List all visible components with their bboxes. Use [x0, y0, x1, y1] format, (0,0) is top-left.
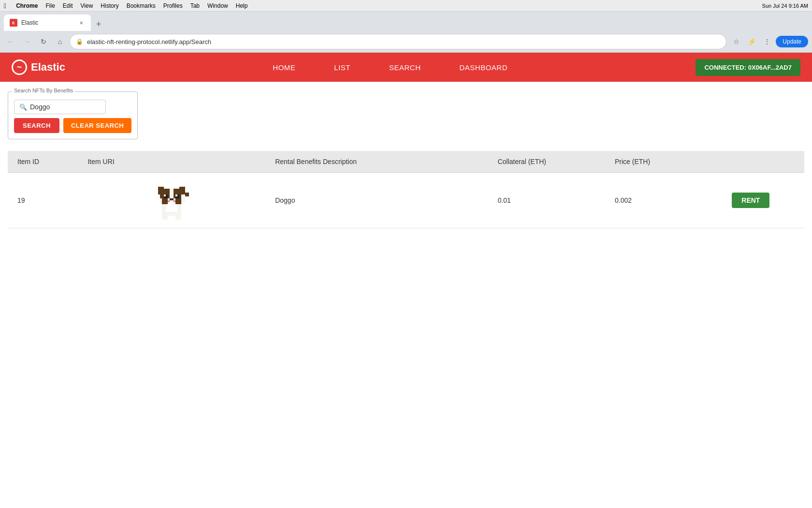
nav-list[interactable]: LIST [334, 63, 350, 72]
svg-rect-17 [162, 198, 168, 204]
search-input[interactable] [30, 103, 101, 111]
cell-price: 0.002 [605, 173, 722, 228]
benefits-value: Doggo [275, 196, 295, 204]
collateral-value: 0.01 [498, 196, 511, 204]
menu-view[interactable]: View [81, 2, 93, 9]
item-id-value: 19 [17, 196, 25, 204]
menu-profiles[interactable]: Profiles [163, 2, 183, 9]
nav-home[interactable]: HOME [273, 63, 295, 72]
cell-collateral: 0.01 [488, 173, 605, 228]
apple-icon:  [4, 2, 6, 10]
col-benefits: Rental Benefits Description [265, 151, 488, 173]
pixel-dog-image [152, 179, 191, 222]
nav-dashboard[interactable]: DASHBOARD [460, 63, 508, 72]
url-text: elastic-nft-renting-protocol.netlify.app… [87, 38, 211, 45]
update-button[interactable]: Update [776, 36, 808, 47]
price-value: 0.002 [615, 196, 632, 204]
rent-button[interactable]: RENT [732, 193, 769, 208]
main-content: Search NFTs By Benefits 🔍 SEARCH CLEAR S… [0, 82, 812, 238]
main-nav: HOME LIST SEARCH DASHBOARD [85, 63, 696, 72]
forward-button[interactable]: → [20, 35, 34, 48]
menu-chrome[interactable]: Chrome [16, 2, 38, 9]
home-button[interactable]: ⌂ [53, 35, 67, 48]
reload-button[interactable]: ↻ [37, 35, 50, 48]
svg-rect-4 [158, 187, 164, 194]
table-row: 19 [8, 173, 804, 228]
connected-button[interactable]: CONNECTED: 0X06AF...2AD7 [696, 59, 800, 76]
col-item-uri: Item URI [78, 151, 265, 173]
cell-benefits: Doggo [265, 173, 488, 228]
svg-rect-8 [164, 194, 166, 196]
browser-chrome: E Elastic ✕ + ← → ↻ ⌂ 🔒 elastic-nft-rent… [0, 12, 812, 53]
col-action [722, 151, 804, 173]
svg-rect-11 [168, 200, 170, 202]
svg-rect-16 [175, 214, 181, 220]
svg-rect-19 [181, 194, 185, 202]
lock-icon: 🔒 [76, 38, 83, 45]
tab-favicon: E [10, 19, 17, 27]
search-buttons: SEARCH CLEAR SEARCH [14, 118, 131, 133]
svg-rect-5 [179, 187, 185, 194]
nft-image-container [87, 179, 256, 222]
results-table: Item ID Item URI Rental Benefits Descrip… [8, 151, 804, 228]
menu-history[interactable]: History [101, 2, 118, 9]
svg-rect-15 [162, 214, 168, 220]
menubar-time: Sun Jul 24 9:16 AM [762, 3, 808, 9]
bookmark-button[interactable]: ☆ [729, 35, 743, 48]
menu-edit[interactable]: Edit [63, 2, 73, 9]
svg-rect-18 [175, 198, 181, 204]
menubar-right-icons: Sun Jul 24 9:16 AM [762, 3, 808, 9]
new-tab-button[interactable]: + [92, 17, 105, 31]
menu-bookmarks[interactable]: Bookmarks [127, 2, 156, 9]
extensions-button[interactable]: ⚡ [745, 35, 758, 48]
active-tab[interactable]: E Elastic ✕ [4, 15, 91, 31]
svg-rect-9 [175, 194, 177, 196]
back-button[interactable]: ← [4, 35, 17, 48]
tab-title: Elastic [21, 19, 73, 26]
app-logo[interactable]: Elastic [12, 60, 65, 75]
svg-rect-12 [174, 200, 175, 202]
clear-search-button[interactable]: CLEAR SEARCH [63, 118, 131, 133]
search-input-container: 🔍 [14, 100, 106, 114]
col-price: Price (ETH) [605, 151, 722, 173]
search-button[interactable]: SEARCH [14, 118, 59, 133]
cell-action: RENT [722, 173, 804, 228]
logo-icon [12, 60, 27, 75]
svg-rect-20 [185, 193, 189, 196]
tab-close-button[interactable]: ✕ [77, 19, 85, 27]
svg-rect-10 [170, 198, 174, 200]
logo-text: Elastic [31, 61, 65, 74]
tab-bar: E Elastic ✕ + [0, 12, 812, 31]
mac-menubar:  Chrome File Edit View History Bookmark… [0, 0, 812, 12]
col-item-id: Item ID [8, 151, 78, 173]
app-header: Elastic HOME LIST SEARCH DASHBOARD CONNE… [0, 53, 812, 82]
cell-item-uri [78, 173, 265, 228]
menu-file[interactable]: File [45, 2, 55, 9]
table-header: Item ID Item URI Rental Benefits Descrip… [8, 151, 804, 173]
search-section-label: Search NFTs By Benefits [12, 88, 75, 93]
tab-favicon-text: E [12, 21, 14, 25]
address-bar-right: ☆ ⚡ ⋮ Update [729, 35, 808, 48]
table-header-row: Item ID Item URI Rental Benefits Descrip… [8, 151, 804, 173]
menu-tab[interactable]: Tab [190, 2, 200, 9]
col-collateral: Collateral (ETH) [488, 151, 605, 173]
nav-search[interactable]: SEARCH [389, 63, 421, 72]
menu-help[interactable]: Help [236, 2, 248, 9]
search-icon: 🔍 [19, 104, 27, 111]
cell-item-id: 19 [8, 173, 78, 228]
menu-window[interactable]: Window [207, 2, 228, 9]
table-body: 19 [8, 173, 804, 228]
address-bar-row: ← → ↻ ⌂ 🔒 elastic-nft-renting-protocol.n… [0, 31, 812, 52]
search-section: Search NFTs By Benefits 🔍 SEARCH CLEAR S… [8, 91, 138, 139]
menu-button[interactable]: ⋮ [760, 35, 774, 48]
address-bar[interactable]: 🔒 elastic-nft-renting-protocol.netlify.a… [70, 34, 726, 49]
